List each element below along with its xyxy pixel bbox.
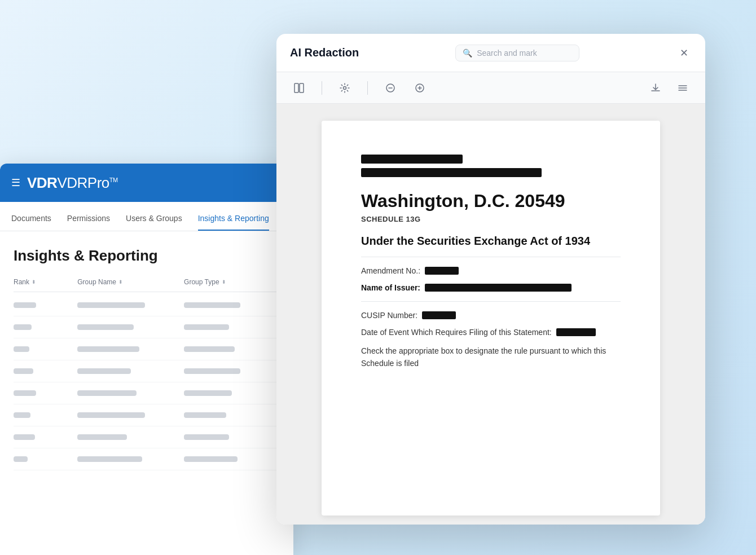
col-group-name[interactable]: Group Name ⬍ (77, 278, 184, 286)
vdrpro-content: Insights & Reporting Rank ⬍ Group Name ⬍… (0, 231, 293, 470)
date-redacted (556, 328, 596, 336)
modal-title: AI Redaction (290, 46, 359, 59)
cusip-label: CUSIP Number: (361, 311, 417, 320)
vdrpro-header: ☰ VDRVDRProTM (0, 164, 293, 202)
group-name-sort-icon: ⬍ (118, 279, 123, 285)
col-rank[interactable]: Rank ⬍ (14, 278, 77, 286)
settings-icon[interactable] (336, 79, 354, 97)
page-title: Insights & Reporting (14, 247, 280, 265)
rank-sort-icon: ⬍ (32, 279, 36, 285)
table-header: Rank ⬍ Group Name ⬍ Group Type ⬍ (14, 278, 280, 292)
vdrpro-nav: Documents Permissions Users & Groups Ins… (0, 202, 293, 231)
svg-rect-0 (295, 83, 298, 92)
toolbar-divider (322, 81, 322, 95)
nav-documents[interactable]: Documents (11, 214, 51, 231)
document-page: Washington, D.C. 20549 SCHEDULE 13G Unde… (322, 121, 660, 516)
search-icon: 🔍 (463, 49, 472, 58)
table-rows (14, 294, 280, 470)
panel-toggle-icon[interactable] (290, 79, 308, 97)
check-text: Check the appropriate box to designate t… (361, 345, 621, 370)
search-bar[interactable]: 🔍 Search and mark (455, 45, 579, 61)
vdrpro-panel: ☰ VDRVDRProTM Documents Permissions User… (0, 164, 293, 555)
zoom-in-icon[interactable] (411, 79, 429, 97)
table-row[interactable] (14, 448, 280, 470)
modal-toolbar (276, 72, 705, 104)
toolbar-left (290, 79, 429, 97)
ai-redaction-modal: AI Redaction 🔍 Search and mark ✕ (276, 34, 705, 525)
issuer-field: Name of Issuer: (361, 283, 621, 292)
modal-body: Washington, D.C. 20549 SCHEDULE 13G Unde… (276, 104, 705, 525)
table-row[interactable] (14, 426, 280, 448)
table-row[interactable] (14, 404, 280, 426)
date-label: Date of Event Which Requires Filing of t… (361, 328, 552, 337)
nav-insights-reporting[interactable]: Insights & Reporting (198, 214, 269, 231)
redacted-header-line-2 (361, 168, 542, 177)
separator (361, 257, 621, 257)
nav-permissions[interactable]: Permissions (67, 214, 110, 231)
hamburger-icon[interactable]: ☰ (11, 177, 20, 189)
separator-2 (361, 301, 621, 302)
table-row[interactable] (14, 360, 280, 382)
cusip-redacted (422, 311, 456, 319)
toolbar-divider-2 (367, 81, 368, 95)
redacted-header-line-1 (361, 155, 463, 164)
amendment-field: Amendment No.: (361, 266, 621, 275)
svg-rect-1 (300, 83, 304, 92)
col-group-type[interactable]: Group Type ⬍ (184, 278, 280, 286)
vdrpro-logo: VDRVDRProTM (27, 174, 118, 192)
search-placeholder-text: Search and mark (477, 49, 537, 58)
amendment-redacted (425, 267, 459, 275)
svg-point-2 (344, 86, 346, 89)
table-row[interactable] (14, 294, 280, 316)
date-field: Date of Event Which Requires Filing of t… (361, 328, 621, 337)
download-icon[interactable] (647, 79, 665, 97)
group-type-sort-icon: ⬍ (222, 279, 226, 285)
close-button[interactable]: ✕ (676, 45, 692, 61)
issuer-label: Name of Issuer: (361, 283, 420, 292)
table-row[interactable] (14, 316, 280, 338)
doc-city: Washington, D.C. 20549 (361, 191, 621, 212)
zoom-out-icon[interactable] (381, 79, 399, 97)
issuer-redacted (425, 284, 572, 292)
modal-topbar: AI Redaction 🔍 Search and mark ✕ (276, 34, 705, 72)
table-row[interactable] (14, 382, 280, 404)
nav-users-groups[interactable]: Users & Groups (126, 214, 182, 231)
menu-icon[interactable] (674, 79, 692, 97)
table-row[interactable] (14, 338, 280, 360)
toolbar-right (647, 79, 692, 97)
doc-schedule: SCHEDULE 13G (361, 215, 621, 223)
amendment-label: Amendment No.: (361, 266, 420, 275)
doc-act-title: Under the Securities Exchange Act of 193… (361, 235, 621, 248)
cusip-field: CUSIP Number: (361, 311, 621, 320)
